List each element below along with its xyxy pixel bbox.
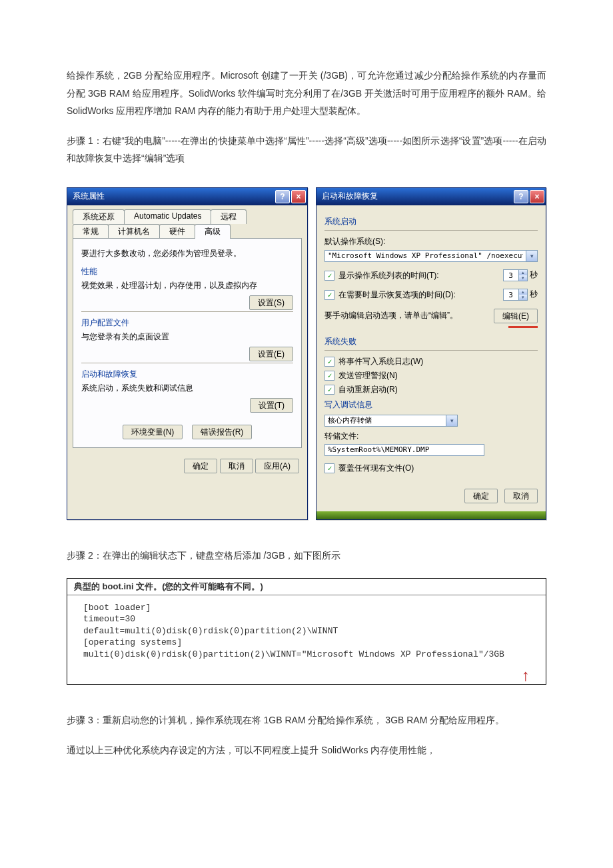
tab-general[interactable]: 常规 xyxy=(73,224,109,239)
spinner-buttons[interactable]: ▴▾ xyxy=(519,289,528,301)
auto-reboot-label: 自动重新启动(R) xyxy=(338,384,398,395)
failure-section-title: 系统失败 xyxy=(324,336,538,347)
profile-settings-button[interactable]: 设置(E) xyxy=(249,347,293,361)
recovery-time-input[interactable] xyxy=(503,289,519,301)
sysprops-footer: 确定 取消 应用(A) xyxy=(67,453,307,480)
tab-remote[interactable]: 远程 xyxy=(211,209,247,224)
spinner-buttons[interactable]: ▴▾ xyxy=(519,269,528,281)
cancel-button[interactable]: 取消 xyxy=(504,489,538,503)
profile-group-desc: 与您登录有关的桌面设置 xyxy=(81,331,293,343)
perf-group-title: 性能 xyxy=(81,266,293,277)
tab-system-restore[interactable]: 系统还原 xyxy=(73,209,125,224)
apply-button[interactable]: 应用(A) xyxy=(255,459,299,473)
edit-hint: 要手动编辑启动选项，请单击“编辑”。 xyxy=(324,310,458,321)
closing-paragraph: 通过以上三种优化系统内存设定的方法，可以不同程度上提升 SolidWorks 内… xyxy=(67,741,546,759)
write-log-label: 将事件写入系统日志(W) xyxy=(338,356,423,367)
help-icon[interactable]: ? xyxy=(514,190,528,203)
perf-settings-button[interactable]: 设置(S) xyxy=(249,295,293,310)
help-icon[interactable]: ? xyxy=(275,190,290,203)
send-alert-checkbox[interactable]: ✓ xyxy=(324,371,334,381)
startup-recovery-window: 启动和故障恢复 ? × 系统启动 默认操作系统(S): ▾ ✓ 显示操作系统列表… xyxy=(316,187,546,520)
env-vars-button[interactable]: 环境变量(N) xyxy=(123,425,183,439)
startup-settings-button[interactable]: 设置(T) xyxy=(250,398,293,413)
show-recovery-label: 在需要时显示恢复选项的时间(D): xyxy=(338,289,456,301)
chevron-down-icon[interactable]: ▾ xyxy=(446,415,458,427)
profile-group-title: 用户配置文件 xyxy=(81,317,293,329)
perf-group-desc: 视觉效果，处理器计划，内存使用，以及虚拟内存 xyxy=(81,280,293,291)
error-report-button[interactable]: 错误报告(R) xyxy=(192,425,253,439)
show-recovery-checkbox[interactable]: ✓ xyxy=(324,290,334,300)
boot-ini-content: [boot loader] timeout=30 default=multi(0… xyxy=(67,595,546,671)
tabs-row-bottom: 常规 计算机名 硬件 高级 xyxy=(67,224,307,239)
dump-file-label: 转储文件: xyxy=(324,431,538,442)
tab-automatic-updates[interactable]: Automatic Updates xyxy=(124,209,211,224)
step2-paragraph: 步骤 2：在弹出的编辑状态下，键盘空格后添加 /3GB，如下图所示 xyxy=(67,547,546,565)
startup-group-desc: 系统启动，系统失败和调试信息 xyxy=(81,383,293,394)
edit-button[interactable]: 编辑(E) xyxy=(494,309,538,323)
show-os-list-label: 显示操作系统列表的时间(T): xyxy=(338,270,439,281)
tabs-row-top: 系统还原 Automatic Updates 远程 xyxy=(67,205,307,224)
write-log-checkbox[interactable]: ✓ xyxy=(324,357,334,367)
debug-info-label: 写入调试信息 xyxy=(324,399,538,411)
startup-titlebar: 启动和故障恢复 ? × xyxy=(316,188,546,205)
overwrite-label: 覆盖任何现有文件(O) xyxy=(338,463,414,474)
os-list-time-input[interactable] xyxy=(503,269,519,281)
overwrite-checkbox[interactable]: ✓ xyxy=(324,463,334,473)
auto-reboot-checkbox[interactable]: ✓ xyxy=(324,385,334,395)
launch-section-title: 系统启动 xyxy=(324,216,538,227)
default-os-label: 默认操作系统(S): xyxy=(324,236,538,247)
startup-body: 系统启动 默认操作系统(S): ▾ ✓ 显示操作系统列表的时间(T): xyxy=(316,205,546,511)
dump-file-input[interactable] xyxy=(324,444,484,456)
tab-computer-name[interactable]: 计算机名 xyxy=(108,224,160,239)
step3-paragraph: 步骤 3：重新启动您的计算机，操作系统现在将 1GB RAM 分配给操作系统， … xyxy=(67,711,546,729)
default-os-select[interactable] xyxy=(324,250,526,262)
intro-paragraph: 给操作系统，2GB 分配给应用程序。Microsoft 创建了一开关 (/3GB… xyxy=(67,67,546,120)
dialogs-figure: 系统属性 ? × 系统还原 Automatic Updates 远程 常规 计算… xyxy=(67,187,546,520)
highlight-underline xyxy=(508,326,538,328)
startup-group-title: 启动和故障恢复 xyxy=(81,369,293,380)
seconds-unit: 秒 xyxy=(530,271,538,280)
system-properties-window: 系统属性 ? × 系统还原 Automatic Updates 远程 常规 计算… xyxy=(67,187,308,520)
sysprops-body: 要进行大多数改动，您必须作为管理员登录。 性能 视觉效果，处理器计划，内存使用，… xyxy=(73,238,302,448)
dump-type-select[interactable] xyxy=(324,415,446,427)
close-icon[interactable]: × xyxy=(291,190,306,203)
admin-note: 要进行大多数改动，您必须作为管理员登录。 xyxy=(81,248,293,259)
send-alert-label: 发送管理警报(N) xyxy=(338,370,398,381)
desktop-edge xyxy=(316,511,546,519)
ok-button[interactable]: 确定 xyxy=(184,459,217,473)
cancel-button[interactable]: 取消 xyxy=(220,459,253,473)
boot-ini-figure: 典型的 boot.ini 文件。(您的文件可能略有不同。) [boot load… xyxy=(67,578,546,685)
chevron-down-icon[interactable]: ▾ xyxy=(526,250,538,262)
sysprops-title: 系统属性 xyxy=(73,191,274,202)
sysprops-titlebar: 系统属性 ? × xyxy=(67,188,307,205)
tab-advanced[interactable]: 高级 xyxy=(195,224,231,239)
startup-title: 启动和故障恢复 xyxy=(322,191,512,202)
tab-hardware[interactable]: 硬件 xyxy=(159,224,195,239)
boot-ini-header: 典型的 boot.ini 文件。(您的文件可能略有不同。) xyxy=(67,579,546,595)
show-os-list-checkbox[interactable]: ✓ xyxy=(324,271,334,281)
close-icon[interactable]: × xyxy=(530,190,544,203)
arrow-up-icon: ↑ xyxy=(67,671,546,684)
seconds-unit: 秒 xyxy=(530,290,538,299)
step1-paragraph: 步骤 1：右键“我的电脑”-----在弹出的快捷菜单中选择“属性”-----选择… xyxy=(67,132,546,167)
ok-button[interactable]: 确定 xyxy=(464,489,498,503)
